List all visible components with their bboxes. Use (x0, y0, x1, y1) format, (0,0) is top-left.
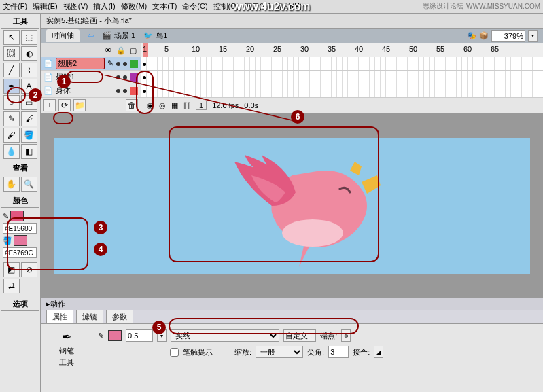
visible-dot[interactable] (116, 89, 120, 93)
onion-outline-icon[interactable]: ◎ (159, 101, 166, 110)
visible-dot[interactable] (116, 62, 120, 66)
cap-label: 端点: (320, 331, 337, 341)
layer-row[interactable]: 📄 翅膀1 (41, 71, 141, 84)
stroke-swatch[interactable] (10, 211, 24, 221)
onion-icon[interactable]: ◉ (147, 101, 154, 110)
layer-row[interactable]: 📄 翅膀2 ✎ (41, 57, 141, 71)
selection-tool[interactable]: ↖ (3, 30, 20, 45)
frame-grid[interactable] (141, 57, 543, 98)
tab-properties[interactable]: 属性 (46, 310, 73, 323)
view-section-label: 查看 (1, 162, 39, 175)
stage-canvas[interactable] (54, 138, 530, 274)
bird-artwork (211, 138, 401, 274)
fill-swatch[interactable] (14, 235, 27, 246)
lock-dot[interactable] (123, 89, 127, 93)
join-dropdown[interactable]: ◢ (374, 346, 383, 358)
current-frame: 1 (196, 101, 207, 110)
menu-text[interactable]: 文本(T) (152, 1, 177, 12)
keyframe[interactable] (143, 63, 146, 66)
edit-multi-icon[interactable]: ▦ (171, 101, 178, 110)
tab-params[interactable]: 参数 (106, 310, 133, 323)
zoom-tool[interactable]: 🔍 (21, 177, 37, 192)
bucket-tool[interactable]: 🪣 (21, 128, 37, 143)
free-transform-tool[interactable]: ⿴ (3, 46, 20, 61)
lock-icon[interactable]: 🔒 (116, 46, 126, 55)
layer-color-chip[interactable] (130, 87, 138, 95)
forum-name: 思缘设计论坛 (423, 1, 463, 11)
layer-color-chip[interactable] (130, 60, 138, 68)
svg-point-0 (282, 219, 343, 247)
outline-icon[interactable]: ▢ (130, 46, 137, 55)
stroke-style-select[interactable]: 实线 (171, 329, 279, 342)
menu-edit[interactable]: 编辑(E) (33, 1, 58, 12)
stroke-hint-checkbox[interactable] (170, 348, 179, 357)
stroke-color-row: ✎ (3, 211, 37, 221)
pen-tool[interactable]: ✒ (3, 79, 20, 94)
zoom-input[interactable] (491, 30, 525, 42)
cap-dropdown[interactable]: ⊜ (341, 329, 351, 342)
add-guide-btn[interactable]: ⟳ (58, 99, 71, 111)
actions-panel-header[interactable]: ▸ 动作 (41, 298, 543, 310)
onion-marker-icon[interactable]: ⟦⟧ (183, 101, 190, 110)
stroke-hint-label: 笔触提示 (183, 347, 213, 357)
pen-icon: ✒ (62, 329, 72, 344)
default-colors-btn[interactable]: ◩ (3, 262, 20, 277)
menu-insert[interactable]: 插入(I) (93, 1, 115, 12)
frame-ruler[interactable]: 1 5 10 15 20 25 30 35 40 45 50 55 60 65 (141, 43, 543, 57)
add-layer-btn[interactable]: + (43, 99, 56, 111)
document-tab[interactable]: 实例5.基础绘画 - 小鸟.fla* (41, 14, 543, 29)
edit-scene-icon[interactable]: 🎭 (467, 31, 476, 40)
no-color-btn[interactable]: ⊘ (21, 262, 37, 277)
stage-viewport[interactable] (41, 114, 543, 297)
tab-filters[interactable]: 滤镜 (76, 310, 103, 323)
timeline-tab[interactable]: 时间轴 (46, 29, 80, 42)
hand-tool[interactable]: ✋ (3, 177, 20, 192)
menu-file[interactable]: 文件(F) (3, 1, 27, 12)
fill-hex-input[interactable] (3, 247, 37, 258)
custom-stroke-btn[interactable]: 自定义... (283, 329, 316, 342)
keyframe[interactable] (143, 76, 146, 79)
brush-tool[interactable]: 🖌 (21, 111, 37, 126)
tick: 25 (273, 45, 281, 53)
stroke-color-swatch[interactable] (108, 330, 122, 341)
keyframe[interactable] (143, 90, 146, 93)
swap-colors-btn[interactable]: ⇄ (3, 279, 20, 293)
ink-tool[interactable]: 🖋 (3, 128, 20, 143)
lock-dot[interactable] (123, 62, 127, 66)
menu-modify[interactable]: 修改(M) (121, 1, 147, 12)
subselect-tool[interactable]: ⬚ (21, 30, 37, 45)
pencil-tool[interactable]: ✎ (3, 111, 20, 126)
zoom-dropdown[interactable]: ▾ (528, 30, 538, 42)
tool-name-1: 钢笔 (59, 346, 74, 356)
miter-input[interactable] (328, 346, 349, 358)
menu-commands[interactable]: 命令(C) (182, 1, 207, 12)
gradient-tool[interactable]: ◐ (21, 46, 37, 61)
layer-name: 翅膀2 (56, 58, 105, 69)
back-icon[interactable]: ⇦ (88, 31, 94, 40)
line-tool[interactable]: ╱ (3, 63, 20, 77)
stroke-hex-input[interactable] (3, 223, 37, 234)
delete-layer-btn[interactable]: 🗑 (126, 99, 138, 111)
lasso-tool[interactable]: ⌇ (21, 63, 37, 77)
tick: 55 (436, 45, 444, 53)
stroke-weight-input[interactable] (126, 329, 153, 342)
oval-tool[interactable]: ○ (3, 95, 20, 110)
eyedropper-tool[interactable]: 💧 (3, 144, 20, 159)
visible-dot[interactable] (116, 75, 120, 79)
symbol-crumb[interactable]: 🐦 鸟1 (143, 31, 167, 41)
callout-6: 6 (291, 110, 304, 124)
eye-icon[interactable]: 👁 (105, 46, 112, 54)
tool-name-2: 工具 (59, 357, 74, 368)
add-folder-btn[interactable]: 📁 (73, 99, 86, 111)
layer-color-chip[interactable] (130, 73, 138, 82)
edit-symbol-icon[interactable]: 📦 (479, 31, 489, 40)
eraser-tool[interactable]: ◧ (21, 144, 37, 159)
tick: 10 (192, 45, 200, 53)
scale-select[interactable]: 一般 (256, 346, 303, 358)
layer-icon: 📄 (43, 86, 53, 95)
scene-crumb[interactable]: 🎬 场景 1 (102, 31, 135, 41)
forum-url: WWW.MISSYUAN.COM (466, 3, 540, 10)
menu-view[interactable]: 视图(V) (63, 1, 88, 12)
lock-dot[interactable] (123, 75, 127, 79)
layer-row[interactable]: 📄 身体 (41, 84, 141, 98)
